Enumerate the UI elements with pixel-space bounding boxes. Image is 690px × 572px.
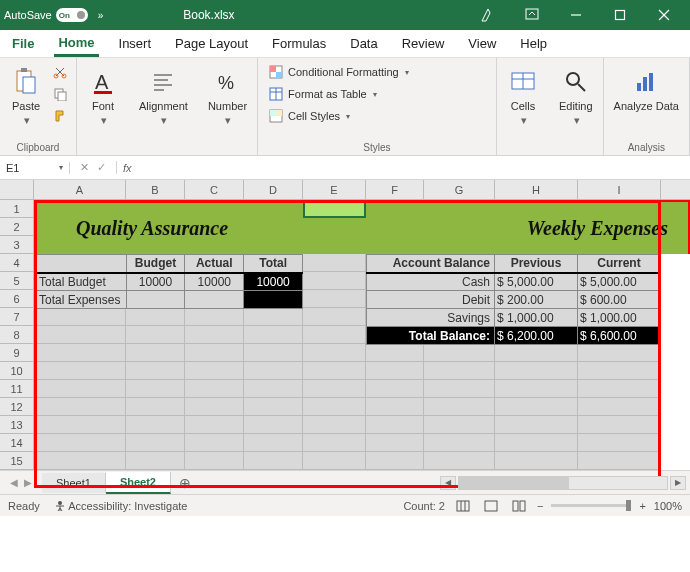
accept-formula-icon[interactable]: ✓ [97, 161, 106, 174]
number-button[interactable]: % Number ▾ [204, 62, 251, 131]
copy-button[interactable] [50, 84, 70, 104]
column-header[interactable]: D [244, 180, 303, 199]
cell[interactable] [126, 344, 185, 362]
row-header[interactable]: 3 [0, 236, 34, 254]
autosave-toggle[interactable]: On [56, 8, 88, 22]
analyze-data-button[interactable]: Analyze Data [610, 62, 683, 116]
scroll-left-icon[interactable]: ◀ [440, 476, 456, 490]
editing-button[interactable]: Editing ▾ [555, 62, 597, 131]
fx-label[interactable]: fx [117, 162, 138, 174]
cell[interactable] [244, 326, 303, 344]
cell[interactable] [244, 434, 303, 452]
cell[interactable] [366, 380, 424, 398]
cell[interactable] [34, 434, 126, 452]
cell[interactable] [303, 344, 366, 362]
cell[interactable] [495, 416, 578, 434]
minimize-button[interactable] [554, 0, 598, 30]
tab-formulas[interactable]: Formulas [268, 32, 330, 55]
cell[interactable] [578, 362, 661, 380]
cell[interactable] [303, 272, 366, 290]
cell[interactable] [424, 380, 495, 398]
quick-action-icon[interactable] [466, 0, 510, 30]
tab-view[interactable]: View [464, 32, 500, 55]
cell[interactable] [578, 452, 661, 470]
chevron-down-icon[interactable]: ▾ [59, 163, 63, 172]
cell[interactable] [244, 308, 303, 326]
cell[interactable] [424, 452, 495, 470]
cell[interactable] [185, 362, 244, 380]
tab-insert[interactable]: Insert [115, 32, 156, 55]
column-header[interactable]: E [303, 180, 366, 199]
row-header[interactable]: 12 [0, 398, 34, 416]
cut-button[interactable] [50, 62, 70, 82]
tab-home[interactable]: Home [54, 31, 98, 57]
row-header[interactable]: 15 [0, 452, 34, 470]
column-header[interactable]: A [34, 180, 126, 199]
cell[interactable] [366, 416, 424, 434]
cell[interactable] [185, 416, 244, 434]
cell[interactable] [126, 416, 185, 434]
cell[interactable] [34, 308, 126, 326]
cancel-formula-icon[interactable]: ✕ [80, 161, 89, 174]
tab-review[interactable]: Review [398, 32, 449, 55]
cell[interactable] [126, 452, 185, 470]
cell[interactable] [303, 398, 366, 416]
left-hdr-total[interactable]: Total [244, 255, 303, 273]
sheet-nav[interactable]: ◀▶ [0, 477, 42, 488]
cell[interactable] [578, 398, 661, 416]
right-hdr-current[interactable]: Current [578, 255, 661, 273]
cells-button[interactable]: Cells ▾ [503, 62, 543, 131]
cell[interactable] [366, 362, 424, 380]
select-all-corner[interactable] [0, 180, 34, 199]
column-header[interactable]: G [424, 180, 495, 199]
cell[interactable] [303, 434, 366, 452]
cell[interactable] [495, 452, 578, 470]
cell[interactable] [185, 344, 244, 362]
row-header[interactable]: 2 [0, 218, 34, 236]
sheet-tab-2[interactable]: Sheet2 [106, 472, 171, 494]
format-as-table-button[interactable]: Format as Table ▾ [264, 84, 490, 104]
sheet-next-icon[interactable]: ▶ [24, 477, 32, 488]
zoom-out-button[interactable]: − [537, 500, 543, 512]
cell[interactable] [424, 398, 495, 416]
cell[interactable] [185, 452, 244, 470]
cell[interactable] [495, 398, 578, 416]
paste-button[interactable]: Paste ▾ [6, 62, 46, 131]
cell[interactable] [126, 362, 185, 380]
right-hdr-account[interactable]: Account Balance [367, 255, 495, 273]
row-header[interactable]: 5 [0, 272, 34, 290]
cell[interactable] [126, 434, 185, 452]
cell[interactable] [34, 416, 126, 434]
row-header[interactable]: 14 [0, 434, 34, 452]
name-box[interactable]: E1 ▾ [0, 162, 70, 174]
cell[interactable] [126, 380, 185, 398]
cell[interactable] [495, 362, 578, 380]
cell[interactable] [185, 434, 244, 452]
scroll-track[interactable] [458, 476, 668, 490]
quick-access-chevron-icon[interactable]: » [98, 10, 104, 21]
column-header[interactable]: F [366, 180, 424, 199]
autosave-control[interactable]: AutoSave On [4, 8, 88, 22]
close-button[interactable] [642, 0, 686, 30]
cell[interactable] [303, 452, 366, 470]
cell[interactable] [303, 308, 366, 326]
cell[interactable] [185, 308, 244, 326]
cell[interactable] [578, 380, 661, 398]
view-pagebreak-icon[interactable] [509, 498, 529, 514]
cell[interactable] [244, 344, 303, 362]
cell[interactable] [34, 344, 126, 362]
row-header[interactable]: 10 [0, 362, 34, 380]
tab-data[interactable]: Data [346, 32, 381, 55]
left-hdr-actual[interactable]: Actual [185, 255, 244, 273]
cell[interactable] [126, 326, 185, 344]
maximize-button[interactable] [598, 0, 642, 30]
cell[interactable] [185, 398, 244, 416]
zoom-thumb[interactable] [626, 500, 631, 511]
column-header[interactable]: H [495, 180, 578, 199]
right-hdr-previous[interactable]: Previous [495, 255, 578, 273]
cell[interactable] [34, 326, 126, 344]
cell[interactable] [244, 398, 303, 416]
cell[interactable] [495, 434, 578, 452]
formula-input[interactable] [138, 156, 690, 179]
row-header[interactable]: 11 [0, 380, 34, 398]
